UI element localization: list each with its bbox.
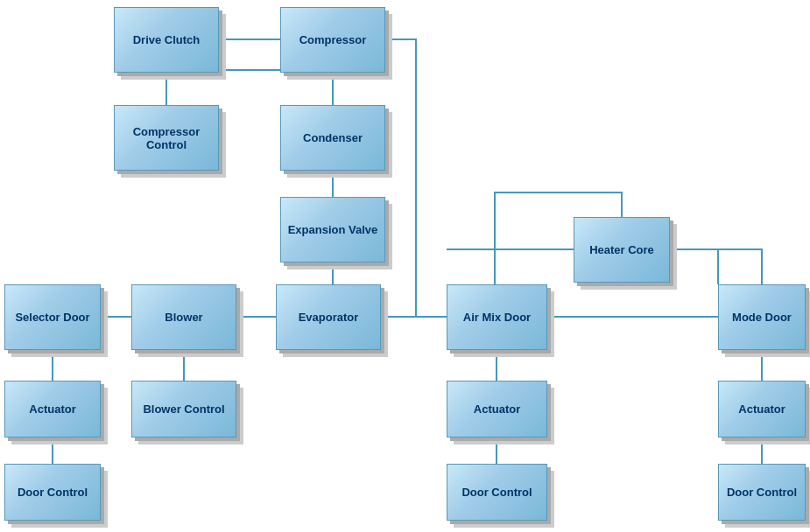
- expansion-valve-label: Expansion Valve: [288, 223, 378, 236]
- blower-control-node: Blower Control: [131, 381, 236, 438]
- connector-lines: [0, 0, 810, 532]
- evaporator-label: Evaporator: [299, 311, 359, 324]
- compressor-control-node: Compressor Control: [114, 105, 219, 171]
- evaporator-node: Evaporator: [276, 284, 381, 350]
- compressor-node: Compressor: [280, 7, 385, 73]
- blower-node: Blower: [131, 284, 236, 350]
- condenser-node: Condenser: [280, 105, 385, 171]
- heater-core-label: Heater Core: [589, 243, 654, 256]
- compressor-label: Compressor: [299, 33, 367, 46]
- air-mix-door-label: Air Mix Door: [463, 311, 531, 324]
- selector-door-label: Selector Door: [15, 311, 89, 324]
- compressor-control-label: Compressor Control: [120, 125, 213, 151]
- door-control-airmix-label: Door Control: [461, 486, 532, 499]
- selector-door-node: Selector Door: [4, 284, 101, 350]
- mode-door-node: Mode Door: [718, 284, 806, 350]
- condenser-label: Condenser: [303, 131, 363, 144]
- drive-clutch-label: Drive Clutch: [133, 33, 201, 46]
- actuator-airmix-label: Actuator: [474, 402, 520, 416]
- actuator-selector-label: Actuator: [29, 402, 75, 416]
- door-control-airmix-node: Door Control: [447, 464, 547, 521]
- door-control-mode-label: Door Control: [727, 486, 797, 499]
- actuator-mode-node: Actuator: [718, 381, 806, 438]
- door-control-mode-node: Door Control: [718, 464, 806, 521]
- actuator-mode-label: Actuator: [738, 402, 785, 416]
- door-control-selector-label: Door Control: [18, 486, 88, 499]
- diagram-container: Drive Clutch Compressor Control Compress…: [0, 0, 810, 532]
- door-control-selector-node: Door Control: [4, 464, 101, 521]
- heater-core-node: Heater Core: [574, 217, 670, 283]
- actuator-airmix-node: Actuator: [447, 381, 547, 438]
- expansion-valve-node: Expansion Valve: [280, 197, 385, 262]
- blower-control-label: Blower Control: [143, 402, 224, 416]
- drive-clutch-node: Drive Clutch: [114, 7, 219, 73]
- mode-door-label: Mode Door: [732, 311, 792, 324]
- actuator-selector-node: Actuator: [4, 381, 101, 438]
- air-mix-door-node: Air Mix Door: [447, 284, 547, 350]
- blower-label: Blower: [165, 311, 202, 324]
